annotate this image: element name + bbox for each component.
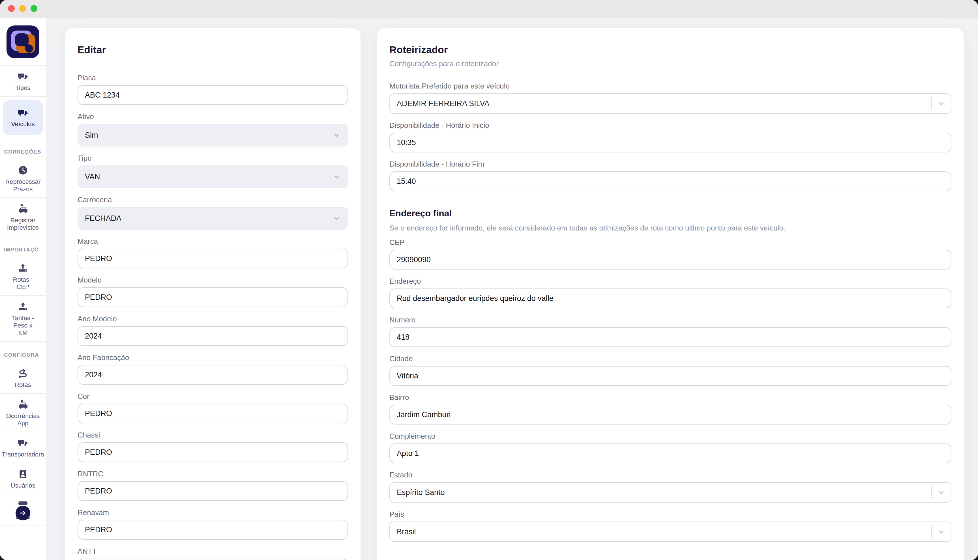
carroceria-select[interactable]: FECHADA xyxy=(78,207,348,230)
sidebar-item-label-line: Registrar xyxy=(0,217,46,224)
marca-label: Marca xyxy=(78,237,348,246)
tipo-select[interactable]: VAN xyxy=(78,165,348,188)
numero-label: Número xyxy=(389,316,951,324)
clock-icon xyxy=(17,165,28,176)
bairro-field: Bairro xyxy=(389,393,951,425)
ano-modelo-input[interactable] xyxy=(78,326,348,346)
app-window: TiposVeículosCORREÇÕESReprocessarPrazosR… xyxy=(0,0,978,560)
minimize-window-button[interactable] xyxy=(19,5,26,12)
sidebar-item-rotas[interactable]: Rotas xyxy=(0,363,46,393)
cidade-label: Cidade xyxy=(389,354,951,363)
cep-field: CEP xyxy=(389,238,951,270)
placa-input[interactable] xyxy=(78,85,348,105)
ativo-label: Ativo xyxy=(78,112,348,121)
motorista-preferido-combobox[interactable]: ADEMIR FERREIRA SILVA xyxy=(389,93,951,114)
bairro-input[interactable] xyxy=(389,405,951,425)
modelo-label: Modelo xyxy=(78,276,348,285)
sidebar-item-reprocessar-prazos[interactable]: ReprocessarPrazos xyxy=(0,160,46,197)
sidebar-item-tarifas-peso-km[interactable]: Tarifas -Peso xKM xyxy=(0,296,46,341)
placa-field: Placa xyxy=(78,73,348,105)
marca-input[interactable] xyxy=(78,248,348,268)
sidebar-item-registrar-imprevistos[interactable]: RegistrarImprevistos xyxy=(0,198,46,236)
sidebar-item-label-line: Reprocessar xyxy=(0,178,46,185)
cor-field: Cor xyxy=(78,392,348,423)
ano-modelo-field: Ano Modelo xyxy=(78,315,348,346)
sidebar-divider xyxy=(0,341,46,342)
ano-fabricacao-input[interactable] xyxy=(78,365,348,385)
pais-field: PaísBrasil xyxy=(389,510,951,542)
router-card-subtitle: Configurações para o roteirizador xyxy=(389,59,951,68)
estado-value: Espírito Santo xyxy=(397,488,928,497)
id-badge-icon xyxy=(17,468,28,480)
chassi-input[interactable] xyxy=(78,442,348,462)
chevron-down-icon xyxy=(333,173,341,181)
sidebar-item-rotas-cep[interactable]: Rotas -CEP xyxy=(0,257,46,295)
cor-input[interactable] xyxy=(78,403,348,423)
sidebar-item-tipos[interactable]: Tipos xyxy=(0,66,46,96)
sidebar-item-usuarios[interactable]: Usuários xyxy=(0,463,46,494)
car-crash-icon xyxy=(17,399,28,410)
estado-combobox[interactable]: Espírito Santo xyxy=(389,482,951,503)
sidebar-item-veiculos[interactable]: Veículos xyxy=(3,100,43,135)
modelo-input[interactable] xyxy=(78,287,348,307)
carroceria-field: CarroceriaFECHADA xyxy=(78,195,348,230)
sidebar-section-configuracoes: CONFIGURA xyxy=(0,352,46,358)
tipo-field: TipoVAN xyxy=(78,154,348,188)
rntrc-input[interactable] xyxy=(78,481,348,501)
sidebar-item-label: OcorrênciasApp xyxy=(0,412,46,427)
sidebar-item-label: Veículos xyxy=(3,120,43,128)
ano-fabricacao-field: Ano Fabricação xyxy=(78,353,348,385)
ativo-select[interactable]: Sim xyxy=(78,124,348,147)
pais-combobox[interactable]: Brasil xyxy=(389,522,951,542)
sidebar-divider xyxy=(0,525,46,525)
endereco-input[interactable] xyxy=(389,288,951,308)
zoom-window-button[interactable] xyxy=(30,5,37,12)
chevron-down-icon xyxy=(333,214,341,222)
cidade-input[interactable] xyxy=(389,366,951,386)
sidebar-item-label-line: Tipos xyxy=(0,84,46,92)
sidebar-item-transportadora[interactable]: Transportadora xyxy=(0,432,46,463)
renavam-input[interactable] xyxy=(78,520,348,540)
sidebar-item-ocorrencias-app[interactable]: OcorrênciasApp xyxy=(0,394,46,432)
combobox-divider xyxy=(931,97,931,110)
sidebar-section-correcoes: CORREÇÕES xyxy=(0,149,46,155)
router-card: Roteirizador Configurações para o roteir… xyxy=(377,28,964,560)
motorista-preferido-field: Motorista Preferido para este veículoADE… xyxy=(389,82,951,114)
placa-label: Placa xyxy=(78,73,348,82)
chevron-down-icon xyxy=(937,100,945,107)
complemento-input[interactable] xyxy=(389,443,951,463)
truck-icon xyxy=(17,71,28,82)
sidebar-item-label: RegistrarImprevistos xyxy=(0,217,46,232)
sidebar-item-label-line: App xyxy=(0,420,46,427)
horario-inicio-input[interactable] xyxy=(389,133,951,152)
horario-fim-label: Disponibilidade - Horário Fim xyxy=(389,160,951,168)
sidebar-item-label-line: Usuários xyxy=(0,482,46,489)
endereco-field: Endereço xyxy=(389,277,951,308)
tipo-label: Tipo xyxy=(78,154,348,163)
sidebar-item-label-line: KM xyxy=(0,329,46,337)
antt-input[interactable] xyxy=(78,558,348,560)
antt-label: ANTT xyxy=(78,547,348,556)
sidebar-item-label-line: Rotas - xyxy=(0,276,46,283)
sidebar-collapse-button[interactable] xyxy=(15,506,30,520)
cep-input[interactable] xyxy=(389,250,951,270)
close-window-button[interactable] xyxy=(8,5,15,12)
numero-input[interactable] xyxy=(389,327,951,347)
sidebar-section-importacoes: IMPORTAÇÕ xyxy=(0,247,46,253)
pais-value: Brasil xyxy=(397,527,928,536)
horario-fim-input[interactable] xyxy=(389,172,951,191)
sidebar-item-label-line: Peso x xyxy=(0,322,46,329)
chevron-down-icon xyxy=(333,131,341,139)
sidebar-item-label-line: CEP xyxy=(0,283,46,291)
sidebar-item-label-line: Tarifas - xyxy=(0,315,46,322)
sidebar-item-label-line: Veículos xyxy=(3,120,43,128)
upload-icon xyxy=(17,262,28,274)
pais-label: País xyxy=(389,510,951,519)
upload-icon xyxy=(17,301,28,312)
address-section-subtitle: Se o endereço for informado, ele será co… xyxy=(389,224,951,232)
cidade-field: Cidade xyxy=(389,354,951,386)
truck-icon xyxy=(17,437,28,448)
rntrc-label: RNTRC xyxy=(78,470,348,478)
cor-label: Cor xyxy=(78,392,348,401)
sidebar-item-label-line: Ocorrências xyxy=(0,412,46,420)
